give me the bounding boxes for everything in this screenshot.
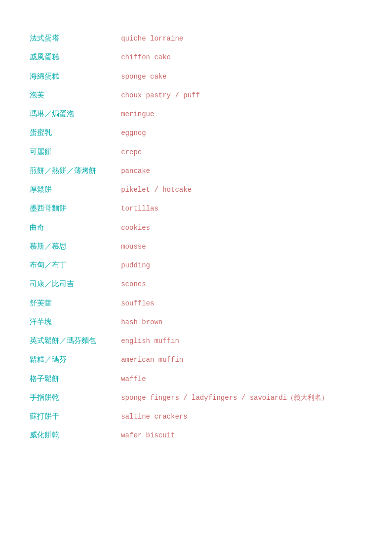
list-item: 海綿蛋糕 sponge cake: [30, 68, 362, 86]
list-item: 煎餅／熱餅／薄烤餅 pancake: [30, 162, 362, 181]
list-item: 蛋蜜乳 eggnog: [30, 124, 362, 143]
chinese-text: 威化餅乾: [30, 427, 109, 445]
list-item: 瑪琳／焗蛋泡 meringue: [30, 105, 362, 124]
list-item: 戚風蛋糕 chiffon cake: [30, 48, 362, 67]
chinese-text: 墨西哥麵餅: [30, 200, 109, 218]
chinese-text: 蛋蜜乳: [30, 124, 109, 143]
chinese-text: 戚風蛋糕: [30, 48, 109, 67]
english-text: saltine crackers: [109, 408, 188, 426]
list-item: 法式蛋塔 quiche lorraine: [30, 30, 362, 48]
english-text: pikelet / hotcake: [109, 181, 192, 199]
chinese-text: 法式蛋塔: [30, 30, 109, 48]
chinese-text: 慕斯／慕思: [30, 238, 109, 256]
chinese-text: 可麗餅: [30, 143, 109, 162]
english-text: quiche lorraine: [109, 30, 183, 48]
english-text: meringue: [109, 106, 154, 124]
english-text: mousse: [109, 238, 146, 256]
english-text: pancake: [109, 163, 150, 180]
chinese-text: 海綿蛋糕: [30, 68, 109, 86]
list-item: 慕斯／慕思 mousse: [30, 238, 362, 256]
english-text: american muffin: [109, 351, 183, 369]
food-list: 法式蛋塔 quiche lorraine戚風蛋糕 chiffon cake海綿蛋…: [30, 30, 362, 446]
chinese-text: 厚鬆餅: [30, 181, 109, 200]
list-item: 司康／比司吉 scones: [30, 275, 362, 294]
list-item: 曲奇 cookies: [30, 219, 362, 238]
chinese-text: 手指餅乾: [30, 389, 109, 408]
list-item: 手指餅乾 sponge fingers / ladyfingers / savo…: [30, 389, 362, 408]
english-text: sponge fingers / ladyfingers / savoiardi…: [109, 389, 328, 407]
english-text: eggnog: [109, 125, 146, 142]
chinese-text: 格子鬆餅: [30, 370, 109, 389]
english-text: hash brown: [109, 314, 162, 332]
chinese-text: 蘇打餅干: [30, 408, 109, 427]
chinese-text: 曲奇: [30, 219, 109, 238]
english-text: english muffin: [109, 333, 179, 350]
english-text: cookies: [109, 219, 150, 237]
chinese-text: 洋芋塊: [30, 313, 109, 332]
english-text: sponge cake: [109, 68, 167, 86]
english-text: souffles: [109, 295, 154, 313]
chinese-text: 煎餅／熱餅／薄烤餅: [30, 162, 109, 181]
chinese-text: 舒芙蕾: [30, 295, 109, 313]
chinese-text: 英式鬆餅／瑪芬麵包: [30, 332, 109, 351]
list-item: 威化餅乾 wafer biscuit: [30, 427, 362, 445]
list-item: 可麗餅 crepe: [30, 143, 362, 162]
english-text: crepe: [109, 144, 142, 162]
list-item: 泡芙 choux pastry / puff: [30, 86, 362, 105]
list-item: 墨西哥麵餅 tortillas: [30, 200, 362, 218]
chinese-text: 瑪琳／焗蛋泡: [30, 105, 109, 124]
english-text: choux pastry / puff: [109, 87, 200, 105]
chinese-text: 司康／比司吉: [30, 275, 109, 294]
english-text: waffle: [109, 371, 146, 388]
english-text: tortillas: [109, 200, 158, 218]
list-item: 布甸／布丁 pudding: [30, 256, 362, 275]
english-text: wafer biscuit: [109, 427, 175, 445]
list-item: 洋芋塊 hash brown: [30, 313, 362, 332]
list-item: 格子鬆餅 waffle: [30, 370, 362, 389]
english-text: pudding: [109, 257, 150, 275]
english-text: chiffon cake: [109, 49, 171, 67]
list-item: 蘇打餅干 saltine crackers: [30, 408, 362, 427]
chinese-text: 鬆糕／瑪芬: [30, 351, 109, 370]
chinese-text: 布甸／布丁: [30, 256, 109, 275]
list-item: 厚鬆餅 pikelet / hotcake: [30, 181, 362, 200]
list-item: 鬆糕／瑪芬 american muffin: [30, 351, 362, 370]
list-item: 英式鬆餅／瑪芬麵包 english muffin: [30, 332, 362, 351]
english-text: scones: [109, 276, 146, 294]
chinese-text: 泡芙: [30, 86, 109, 105]
list-item: 舒芙蕾 souffles: [30, 295, 362, 313]
